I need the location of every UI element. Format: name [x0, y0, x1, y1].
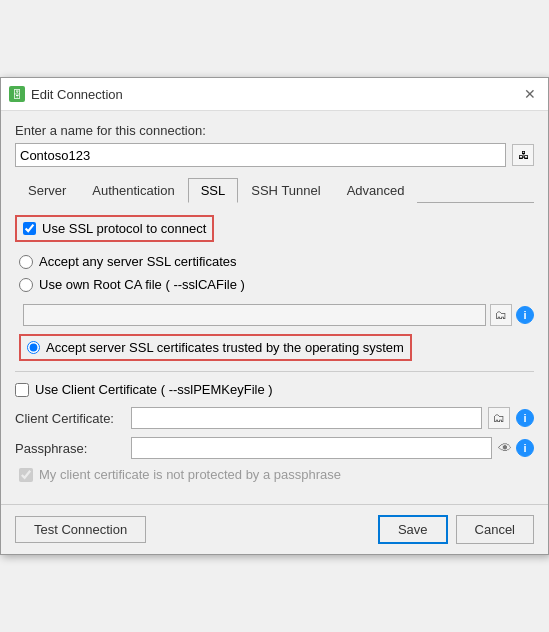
ssl-radio-os-trusted[interactable] [27, 341, 40, 354]
passphrase-protected-checkbox [19, 468, 33, 482]
dialog-body: Enter a name for this connection: 🖧 Serv… [1, 111, 548, 504]
dialog-title: Edit Connection [31, 87, 123, 102]
ca-file-row: 🗂 i [23, 304, 534, 326]
connection-name-row: 🖧 [15, 143, 534, 167]
use-ssl-checkbox[interactable] [23, 222, 36, 235]
connection-icon-button[interactable]: 🖧 [512, 144, 534, 166]
show-password-icon[interactable]: 👁 [498, 440, 512, 456]
ssl-radio-group: Accept any server SSL certificates Use o… [19, 254, 534, 361]
ca-file-info-button[interactable]: i [516, 306, 534, 324]
tab-bar: Server Authentication SSL SSH Tunnel Adv… [15, 177, 534, 203]
title-bar: 🗄 Edit Connection ✕ [1, 78, 548, 111]
edit-connection-dialog: 🗄 Edit Connection ✕ Enter a name for thi… [0, 77, 549, 555]
connection-name-input[interactable] [15, 143, 506, 167]
ca-file-folder-button[interactable]: 🗂 [490, 304, 512, 326]
client-cert-checkbox-label: Use Client Certificate ( --sslPEMKeyFile… [35, 382, 273, 397]
test-connection-button[interactable]: Test Connection [15, 516, 146, 543]
passphrase-field-row: Passphrase: 👁 i [15, 437, 534, 459]
dialog-footer: Test Connection Save Cancel [1, 504, 548, 554]
tab-authentication[interactable]: Authentication [79, 178, 187, 203]
passphrase-icons: 👁 i [498, 439, 534, 457]
close-button[interactable]: ✕ [520, 84, 540, 104]
title-bar-left: 🗄 Edit Connection [9, 86, 123, 102]
passphrase-info-button[interactable]: i [516, 439, 534, 457]
passphrase-label: Passphrase: [15, 441, 125, 456]
client-cert-folder-button[interactable]: 🗂 [488, 407, 510, 429]
connection-name-label: Enter a name for this connection: [15, 123, 534, 138]
tab-server[interactable]: Server [15, 178, 79, 203]
dialog-icon: 🗄 [9, 86, 25, 102]
client-cert-field-row: Client Certificate: 🗂 i [15, 407, 534, 429]
client-cert-label: Client Certificate: [15, 411, 125, 426]
passphrase-input[interactable] [131, 437, 492, 459]
ssl-radio-root-ca-label: Use own Root CA file ( --sslCAFile ) [39, 277, 245, 292]
tab-ssh-tunnel[interactable]: SSH Tunnel [238, 178, 333, 203]
ssl-radio-row-3-container: Accept server SSL certificates trusted b… [19, 334, 534, 361]
cancel-button[interactable]: Cancel [456, 515, 534, 544]
client-cert-checkbox-row: Use Client Certificate ( --sslPEMKeyFile… [15, 382, 534, 397]
client-cert-checkbox[interactable] [15, 383, 29, 397]
divider [15, 371, 534, 372]
client-cert-info-button[interactable]: i [516, 409, 534, 427]
ssl-radio-any-label: Accept any server SSL certificates [39, 254, 237, 269]
footer-right: Save Cancel [378, 515, 534, 544]
use-ssl-label: Use SSL protocol to connect [42, 221, 206, 236]
ssl-section: Use SSL protocol to connect Accept any s… [15, 215, 534, 482]
ssl-radio-row-2: Use own Root CA file ( --sslCAFile ) [19, 277, 534, 292]
use-ssl-highlighted: Use SSL protocol to connect [15, 215, 214, 242]
ssl-radio-os-trusted-highlighted: Accept server SSL certificates trusted b… [19, 334, 412, 361]
passphrase-protected-label: My client certificate is not protected b… [39, 467, 341, 482]
client-cert-input[interactable] [131, 407, 482, 429]
ssl-radio-any[interactable] [19, 255, 33, 269]
ssl-radio-row-1: Accept any server SSL certificates [19, 254, 534, 269]
tab-advanced[interactable]: Advanced [334, 178, 418, 203]
ca-file-input[interactable] [23, 304, 486, 326]
tab-ssl[interactable]: SSL [188, 178, 239, 203]
passphrase-protected-row: My client certificate is not protected b… [19, 467, 534, 482]
save-button[interactable]: Save [378, 515, 448, 544]
ssl-radio-root-ca[interactable] [19, 278, 33, 292]
ssl-radio-os-trusted-label: Accept server SSL certificates trusted b… [46, 340, 404, 355]
use-ssl-container: Use SSL protocol to connect [15, 215, 534, 242]
